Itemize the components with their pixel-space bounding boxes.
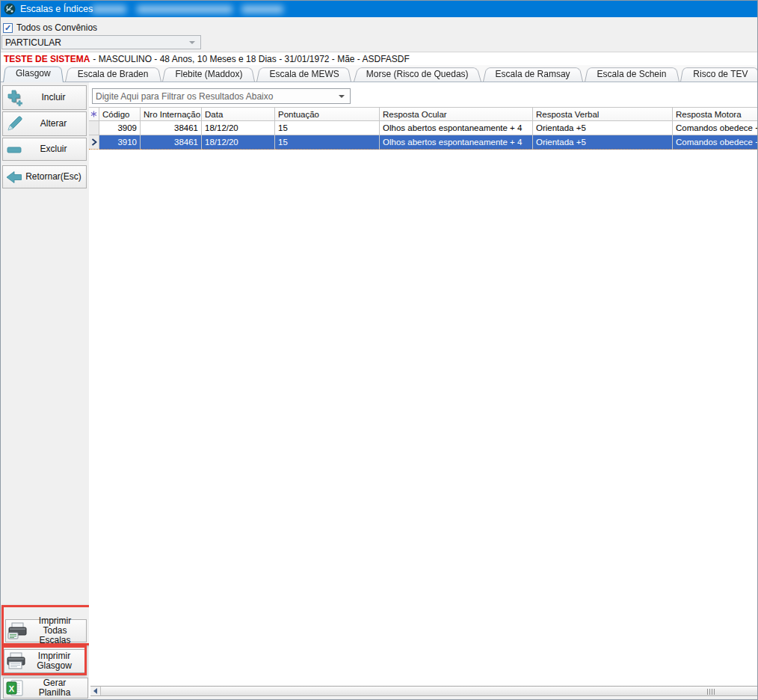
horizontal-scrollbar[interactable] <box>90 686 757 696</box>
column-header-data[interactable]: Data <box>202 107 275 121</box>
printer-icon <box>4 652 27 670</box>
tab-escala-de-ramsay[interactable]: Escala de Ramsay <box>486 67 580 82</box>
scales-tab-strip: Glasgow Escala de Braden Flebite (Maddox… <box>1 65 757 82</box>
tab-escala-de-mews[interactable]: Escala de MEWS <box>259 67 348 82</box>
patient-info-bar: TESTE DE SISTEMA - MASCULINO - 48 Anos, … <box>1 52 757 65</box>
patient-name: TESTE DE SISTEMA <box>4 54 90 64</box>
minus-bar-icon <box>3 141 25 159</box>
results-grid: Código Nro Internação Data Pontuação Res… <box>89 107 758 150</box>
table-row[interactable]: 3909 38461 18/12/20 15 Olhos abertos esp… <box>89 121 758 135</box>
todos-convenios-checkbox[interactable]: ✓ <box>3 23 13 33</box>
column-header-resposta-motora[interactable]: Resposta Motora <box>673 107 758 121</box>
svg-text:X: X <box>9 684 15 693</box>
arrow-left-icon <box>3 168 25 186</box>
title-bar: Escalas e Índices <box>1 1 757 17</box>
tab-morse-risco-de-quedas[interactable]: Morse (Risco de Quedas) <box>357 67 478 82</box>
table-row-selected[interactable]: 3910 38461 18/12/20 15 Olhos abertos esp… <box>89 135 758 150</box>
column-header-resposta-verbal[interactable]: Resposta Verbal <box>533 107 673 121</box>
excluir-button[interactable]: Excluir <box>2 138 87 161</box>
imprimir-glasgow-label: Imprimir Glasgow <box>27 651 86 671</box>
gerar-planilha-label: Gerar Planilha <box>26 678 87 698</box>
incluir-button[interactable]: Incluir <box>2 85 87 110</box>
scrollbar-grip-icon <box>707 689 715 695</box>
window-title: Escalas e Índices <box>20 1 93 17</box>
retornar-label: Retornar(Esc) <box>25 172 86 182</box>
excluir-label: Excluir <box>25 144 86 154</box>
tab-escala-de-schein[interactable]: Escala de Schein <box>588 67 677 82</box>
printer-icon <box>6 622 28 640</box>
column-header-resposta-ocular[interactable]: Resposta Ocular <box>380 107 533 121</box>
triangle-left-icon <box>93 688 97 694</box>
imprimir-todas-escalas-label: Imprimir Todas Escalas <box>28 616 86 645</box>
convenio-selected-value: PARTICULAR <box>2 37 189 48</box>
tab-flebite-maddox[interactable]: Flebite (Maddox) <box>165 67 252 82</box>
incluir-label: Incluir <box>25 93 86 102</box>
scrollbar-thumb[interactable] <box>100 687 757 696</box>
tab-escala-de-braden[interactable]: Escala de Braden <box>68 67 158 82</box>
gerar-planilha-button[interactable]: X Gerar Planilha <box>3 678 88 699</box>
column-header-codigo[interactable]: Código <box>99 107 141 121</box>
todos-convenios-label: Todos os Convênios <box>16 22 97 33</box>
chevron-down-icon <box>189 41 195 44</box>
chevron-right-icon <box>89 135 99 150</box>
convenio-select[interactable]: PARTICULAR <box>1 35 201 49</box>
pencil-icon <box>3 115 25 133</box>
alterar-button[interactable]: Alterar <box>2 111 87 136</box>
alterar-label: Alterar <box>25 119 86 129</box>
content-area: Digite Aqui para Filtrar os Resultados A… <box>89 82 757 697</box>
chevron-down-icon <box>339 95 345 98</box>
grid-header-row: Código Nro Internação Data Pontuação Res… <box>89 107 758 121</box>
column-header-pontuacao[interactable]: Pontuação <box>275 107 380 121</box>
redacted-title-text <box>241 5 283 13</box>
row-indicator <box>89 121 99 135</box>
retornar-button[interactable]: Retornar(Esc) <box>2 165 87 188</box>
grid-filter-placeholder: Digite Aqui para Filtrar os Resultados A… <box>93 91 339 102</box>
imprimir-todas-escalas-button[interactable]: Imprimir Todas Escalas <box>5 619 87 642</box>
grid-filter-input[interactable]: Digite Aqui para Filtrar os Resultados A… <box>92 88 351 104</box>
redacted-title-text <box>92 5 126 13</box>
check-icon: ✓ <box>4 24 11 32</box>
redacted-title-text <box>137 5 232 13</box>
excel-icon: X <box>4 679 26 697</box>
patient-details: - MASCULINO - 48 Anos, 10 Meses e 18 Dia… <box>93 54 410 64</box>
app-window: Escalas e Índices ✓ Todos os Convênios P… <box>0 0 758 700</box>
plus-icon <box>3 89 25 107</box>
asterisk-icon[interactable] <box>89 107 99 121</box>
scales-app-icon <box>4 3 16 15</box>
tab-glasgow[interactable]: Glasgow <box>6 65 61 82</box>
imprimir-glasgow-button[interactable]: Imprimir Glasgow <box>4 649 87 673</box>
scroll-left-button[interactable] <box>90 687 100 696</box>
column-header-nro-internacao[interactable]: Nro Internação <box>141 107 202 121</box>
tab-risco-de-tev[interactable]: Risco de TEV <box>683 67 757 82</box>
